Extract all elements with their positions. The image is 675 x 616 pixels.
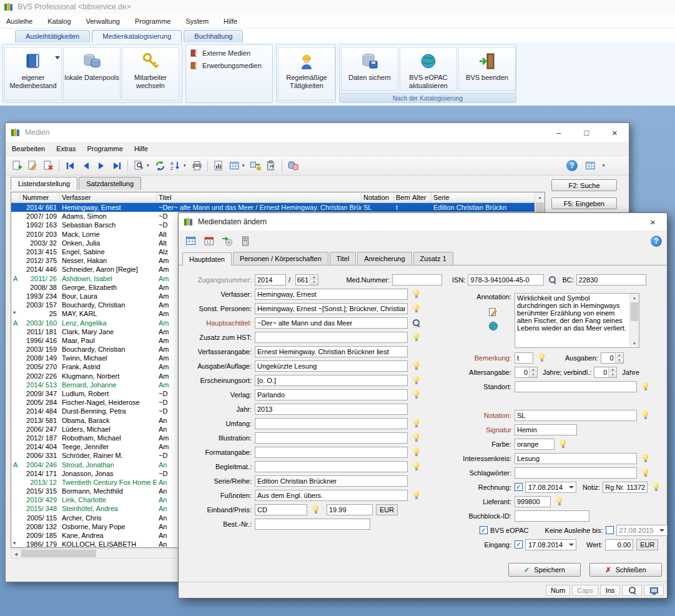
title-search-icon[interactable] [411,318,421,327]
server-icon[interactable] [238,234,253,249]
suggest-bulb-icon[interactable] [641,468,650,477]
first-record-icon[interactable] [62,158,77,173]
altersangabe-stepper[interactable] [515,367,538,378]
mitarbeiter-wechseln-button[interactable]: Mitarbeiter wechseln [122,47,179,101]
dialog-tab-titel[interactable]: Titel [330,252,356,265]
zugangsnummer-stepper[interactable] [295,274,318,286]
umfang-input[interactable] [255,418,408,429]
column-header-verfasser[interactable]: Verfasser [60,192,157,202]
column-header-titel[interactable]: Titel [157,192,362,202]
suggest-bulb-icon[interactable] [411,433,421,442]
menu-item-programme[interactable]: Programme [135,17,170,25]
annotation-textarea[interactable]: Wirklichkeit und Symbol durchdringen sic… [515,293,639,348]
zusatz-hst-input[interactable] [255,332,408,343]
datapool-view-icon[interactable] [285,158,300,173]
verbindlich-input[interactable] [594,367,608,377]
medien-menu-item-bearbeiten[interactable]: Bearbeiten [12,145,45,152]
ausgaben-stepper[interactable] [601,352,624,364]
column-header-alter[interactable]: Alter [410,192,431,202]
standort-input[interactable] [515,381,637,392]
f5-eingeben-button[interactable]: F5: Eingeben [551,197,617,209]
bvs-eopac-checkbox[interactable] [480,526,488,534]
eingang-date-combo[interactable]: 17.08.2014 [525,539,576,550]
dialog-help-icon[interactable] [651,236,662,247]
edit-record-icon[interactable] [25,158,40,173]
suggest-bulb-icon[interactable] [411,390,421,399]
status-monitor-cell[interactable] [644,585,664,596]
daten-sichern-button[interactable]: Daten sichern [341,47,398,91]
jahr-input[interactable] [255,404,408,415]
bc-input[interactable] [576,274,646,286]
suggest-bulb-icon[interactable] [641,454,650,463]
close-button[interactable] [601,123,629,142]
suggest-bulb-icon[interactable] [411,304,421,313]
zugangsnummer-jahr-input[interactable] [255,274,286,286]
bvs-eopac-aktualisieren-button[interactable]: BVS eOPAC aktualisieren [400,47,457,91]
notation-input[interactable] [515,410,637,421]
erscheinungsort-input[interactable] [255,375,408,386]
interessenkreis-input[interactable] [515,453,637,464]
suggest-bulb-icon[interactable] [411,289,421,299]
suggest-bulb-icon[interactable] [537,353,546,362]
step-up-icon[interactable] [310,275,318,280]
edit-annotation-icon[interactable] [488,307,498,317]
dialog-tab-personen-körperschaften[interactable]: Personen / Körperschaften [233,252,328,265]
wert-input[interactable] [605,539,633,550]
suggest-bulb-icon[interactable] [411,447,421,457]
table-view-icon[interactable] [227,158,242,173]
suggest-bulb-icon[interactable] [411,462,421,471]
menu-item-hilfe[interactable]: Hilfe [224,17,237,25]
bvs-beenden-button[interactable]: BVS beenden [458,47,516,91]
serie-reihe-input[interactable] [255,475,408,487]
menu-item-ausleihe[interactable]: Ausleihe [6,17,32,25]
menu-item-katalog[interactable]: Katalog [47,17,71,25]
chevron-down-icon[interactable] [566,540,576,550]
dialog-close-button[interactable] [639,213,667,231]
suggest-bulb-icon[interactable] [411,361,421,370]
chevron-down-icon[interactable] [566,482,576,492]
altersangabe-input[interactable] [515,367,529,377]
verbindlich-stepper[interactable] [594,367,617,378]
status-search-cell[interactable] [622,585,642,596]
view-tab-satzdarstellung[interactable]: Satzdarstellung [79,177,141,190]
hauptsachtitel-input[interactable] [255,317,408,329]
einband-input[interactable] [255,504,307,515]
suggest-bulb-icon[interactable] [411,375,421,385]
suggest-bulb-icon[interactable] [651,482,661,492]
previous-record-icon[interactable] [78,158,93,173]
print-icon[interactable] [189,158,204,173]
preview-icon[interactable] [131,158,146,173]
chevron-down-icon[interactable] [603,163,608,168]
dialog-tab-zusatz-1[interactable]: Zusatz 1 [413,252,453,265]
sonstige-personen-input[interactable] [255,303,408,314]
speichern-button[interactable]: Speichern [508,563,581,577]
scroll-up-icon[interactable]: ▲ [535,192,544,202]
maximize-button[interactable] [573,123,601,142]
help-icon[interactable] [566,160,578,171]
column-header-bem[interactable]: Bem. [394,192,410,202]
notiz-input[interactable] [603,482,648,493]
new-record-icon[interactable] [9,158,24,173]
suggest-bulb-icon[interactable] [558,439,568,449]
begleitmaterial-input[interactable] [255,461,408,472]
scrollbar-thumb[interactable] [21,550,96,557]
menu-item-system[interactable]: System [185,17,209,25]
ausgabe-auflage-input[interactable] [255,360,408,372]
suggest-bulb-icon[interactable] [411,490,421,500]
refresh-transfer-icon[interactable] [152,158,167,173]
chevron-down-icon[interactable] [658,525,667,535]
list-view-icon[interactable] [184,234,199,249]
regelmaessige-taetigkeiten-button[interactable]: Regelmäßige Tätigkeiten [278,47,335,101]
last-record-icon[interactable] [109,158,124,173]
step-down-icon[interactable] [310,280,318,285]
medien-menu-item-extras[interactable]: Extras [56,145,76,152]
keine-ausleihe-checkbox[interactable] [606,526,614,534]
delete-record-icon[interactable] [41,158,56,173]
ribbon-tab-medienkatalogisierung[interactable]: Medienkatalogisierung [92,30,182,42]
rechnung-checkbox[interactable] [515,483,523,491]
erwerbungsmedien-button[interactable]: Erwerbungsmedien [187,60,265,71]
chevron-down-icon[interactable] [55,56,60,59]
scroll-left-icon[interactable]: ◀ [11,549,21,558]
farbe-input[interactable] [515,439,554,450]
menu-item-verwaltung[interactable]: Verwaltung [86,17,120,25]
